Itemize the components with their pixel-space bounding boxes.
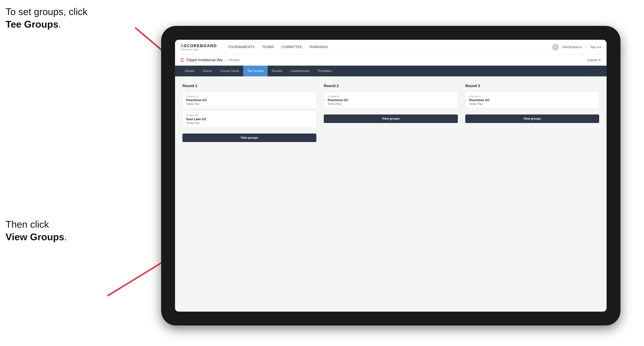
top-nav: SSCOREBOARD Powered by clippit TOURNAMEN…: [175, 40, 606, 55]
round-3-course-a-format: Stroke Play: [469, 102, 595, 105]
instruction-top-line2: Tee Groups: [6, 19, 58, 30]
logo-icon: S: [180, 43, 184, 48]
tournament-bar: C Clippd Invitational (My... | Hosting C…: [175, 55, 606, 66]
round-1-view-groups-button[interactable]: View groups: [182, 134, 316, 142]
tab-tee-groups[interactable]: Tee Groups: [243, 66, 268, 76]
tab-teams[interactable]: Teams: [198, 66, 216, 76]
round-1-course-a-format: Stroke Play: [186, 102, 312, 105]
instruction-bottom-period: .: [64, 231, 67, 242]
cancel-label: Cancel: [587, 58, 597, 62]
round-1-course-b-card: (Course B) East Lake GC Stroke Play: [182, 111, 316, 128]
round-3-view-groups-button[interactable]: View groups: [465, 115, 599, 123]
rounds-grid: Round 1 (Course A) Peachtree GC Stroke P…: [182, 84, 599, 142]
instruction-top-period: .: [58, 19, 61, 30]
user-avatar: B: [552, 44, 559, 50]
hosting-badge: | Hosting: [228, 58, 240, 62]
tournament-name: Clippd Invitational (My...: [186, 58, 226, 62]
round-1-course-a-name: Peachtree GC: [186, 98, 312, 102]
round-2-title: Round 2: [324, 84, 458, 88]
tab-details[interactable]: Details: [180, 66, 198, 76]
nav-committee[interactable]: COMMITTEE: [281, 45, 302, 49]
tablet-screen: SSCOREBOARD Powered by clippit TOURNAMEN…: [175, 40, 606, 312]
tab-bar: Details Teams Course Setup Tee Groups Re…: [175, 66, 606, 76]
round-3-title: Round 3: [465, 84, 599, 88]
logo-area: SSCOREBOARD Powered by clippit: [180, 43, 217, 51]
instruction-bottom-line2: View Groups: [6, 231, 64, 242]
sign-out-link[interactable]: Sign out: [590, 45, 601, 49]
tab-results[interactable]: Results: [268, 66, 286, 76]
round-3-course-a-label: (Course A): [469, 95, 595, 98]
logo-label: SCOREBOARD: [184, 43, 217, 48]
round-1-course-b-format: Stroke Play: [186, 122, 312, 125]
round-2-course-a-label: (Course A): [328, 95, 454, 98]
instruction-top-line1: To set groups, click: [6, 6, 88, 17]
user-email: blair@clippd.io: [562, 45, 582, 49]
round-1-course-a-card: (Course A) Peachtree GC Stroke Play: [182, 92, 316, 109]
round-1-column: Round 1 (Course A) Peachtree GC Stroke P…: [182, 84, 316, 142]
round-3-course-a-name: Peachtree GC: [469, 98, 595, 102]
instruction-bottom-line1: Then click: [6, 219, 49, 230]
round-1-course-b-label: (Course B): [186, 114, 312, 117]
round-3-course-a-card: (Course A) Peachtree GC Stroke Play: [465, 92, 599, 109]
tab-printables[interactable]: Printables: [314, 66, 336, 76]
tournament-title: C Clippd Invitational (My... | Hosting: [180, 57, 240, 63]
round-2-course-a-format: Stroke Play: [328, 102, 454, 105]
c-logo-icon: C: [180, 57, 184, 63]
round-2-course-a-card: (Course A) Peachtree GC Stroke Play: [324, 92, 458, 109]
tab-course-setup[interactable]: Course Setup: [216, 66, 243, 76]
tab-leaderboards[interactable]: Leaderboards: [286, 66, 314, 76]
round-1-course-b-name: East Lake GC: [186, 117, 312, 121]
round-2-course-a-name: Peachtree GC: [328, 98, 454, 102]
tablet-frame: SSCOREBOARD Powered by clippit TOURNAMEN…: [161, 26, 620, 326]
nav-items: TOURNAMENTS TEAMS COMMITTEE RANKINGS: [228, 45, 545, 49]
cancel-button[interactable]: Cancel ✕: [587, 58, 601, 62]
main-content: Round 1 (Course A) Peachtree GC Stroke P…: [175, 76, 606, 312]
round-2-column: Round 2 (Course A) Peachtree GC Stroke P…: [324, 84, 458, 142]
nav-right: B blair@clippd.io | Sign out: [552, 44, 601, 50]
nav-tournaments[interactable]: TOURNAMENTS: [228, 45, 255, 49]
instruction-bottom: Then click View Groups.: [6, 218, 67, 243]
round-1-title: Round 1: [182, 84, 316, 88]
round-1-course-a-label: (Course A): [186, 95, 312, 98]
logo-sub: Powered by clippit: [180, 48, 217, 51]
round-3-column: Round 3 (Course A) Peachtree GC Stroke P…: [465, 84, 599, 142]
nav-teams[interactable]: TEAMS: [262, 45, 274, 49]
instruction-top: To set groups, click Tee Groups.: [6, 5, 88, 30]
hosting-text: Hosting: [229, 58, 239, 62]
round-2-view-groups-button[interactable]: View groups: [324, 115, 458, 123]
nav-rankings[interactable]: RANKINGS: [310, 45, 328, 49]
logo-text: SSCOREBOARD: [180, 43, 217, 48]
